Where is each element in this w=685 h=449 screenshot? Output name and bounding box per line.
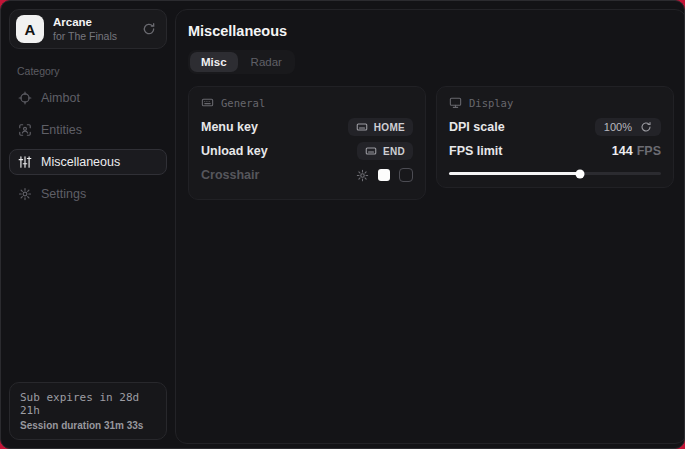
fps-slider-fill <box>449 172 580 175</box>
dpi-scale-value: 100% <box>604 121 632 133</box>
app-name: Arcane <box>53 16 133 29</box>
app-logo: A <box>16 15 44 43</box>
page-title: Miscellaneous <box>188 23 674 39</box>
display-card-title: Display <box>469 97 513 109</box>
cards-row: General Menu key HOME Unload key <box>188 86 674 200</box>
fps-slider-thumb[interactable] <box>576 169 585 178</box>
display-card: Display DPI scale 100% FPS limit <box>436 86 674 188</box>
general-card-title: General <box>221 97 265 109</box>
crosshair-checkbox[interactable] <box>399 168 413 182</box>
sidebar-item-aimbot[interactable]: Aimbot <box>9 85 167 111</box>
app-subtitle: for The Finals <box>53 30 133 42</box>
menu-key-label: Menu key <box>201 120 258 134</box>
menu-key-value: HOME <box>374 122 405 133</box>
fps-limit-slider[interactable] <box>449 172 661 175</box>
sidebar-item-settings[interactable]: Settings <box>9 181 167 207</box>
keyboard-icon <box>365 145 377 157</box>
tab-radar[interactable]: Radar <box>240 52 293 72</box>
fps-limit-label: FPS limit <box>449 144 502 158</box>
monitor-icon <box>449 96 462 109</box>
sidebar-item-miscellaneous[interactable]: Miscellaneous <box>9 149 167 175</box>
subscription-card: Sub expires in 28d 21h Session duration … <box>9 382 167 440</box>
sub-expiry-text: Sub expires in 28d 21h <box>20 391 156 417</box>
category-label: Category <box>17 65 167 77</box>
main-panel: Miscellaneous Misc Radar General <box>175 9 685 444</box>
general-card: General Menu key HOME Unload key <box>188 86 426 200</box>
logo-card: A Arcane for The Finals <box>9 9 167 49</box>
sidebar-item-label: Entities <box>41 123 82 137</box>
sidebar: A Arcane for The Finals Category Aimbot <box>1 1 175 448</box>
tab-bar: Misc Radar <box>188 50 295 74</box>
tab-misc[interactable]: Misc <box>190 52 238 72</box>
unload-key-row: Unload key END <box>201 139 413 163</box>
dpi-scale-select[interactable]: 100% <box>595 118 661 136</box>
crosshair-color-swatch[interactable] <box>378 169 390 181</box>
sync-icon[interactable] <box>142 22 156 36</box>
crosshair-label: Crosshair <box>201 168 259 182</box>
sidebar-item-entities[interactable]: Entities <box>9 117 167 143</box>
fps-limit-value: 144 <box>612 144 633 158</box>
session-duration-text: Session duration 31m 33s <box>20 420 156 431</box>
dpi-scale-row: DPI scale 100% <box>449 115 661 139</box>
app-window: A Arcane for The Finals Category Aimbot <box>0 0 685 449</box>
sliders-icon <box>18 155 32 169</box>
crosshair-settings-gear-icon[interactable] <box>356 169 369 182</box>
unload-key-button[interactable]: END <box>357 142 413 160</box>
keyboard-icon <box>356 121 368 133</box>
crosshair-icon <box>18 91 32 105</box>
fps-limit-unit: FPS <box>637 144 661 158</box>
sidebar-item-label: Settings <box>41 187 86 201</box>
reset-icon[interactable] <box>640 121 652 133</box>
unload-key-label: Unload key <box>201 144 268 158</box>
crosshair-row: Crosshair <box>201 163 413 187</box>
unload-key-value: END <box>383 146 405 157</box>
sidebar-item-label: Aimbot <box>41 91 80 105</box>
sidebar-item-label: Miscellaneous <box>41 155 120 169</box>
menu-key-row: Menu key HOME <box>201 115 413 139</box>
entities-icon <box>18 123 32 137</box>
menu-key-button[interactable]: HOME <box>348 118 413 136</box>
gear-icon <box>18 187 32 201</box>
fps-limit-row: FPS limit 144FPS <box>449 139 661 163</box>
keyboard-icon <box>201 96 214 109</box>
dpi-scale-label: DPI scale <box>449 120 505 134</box>
